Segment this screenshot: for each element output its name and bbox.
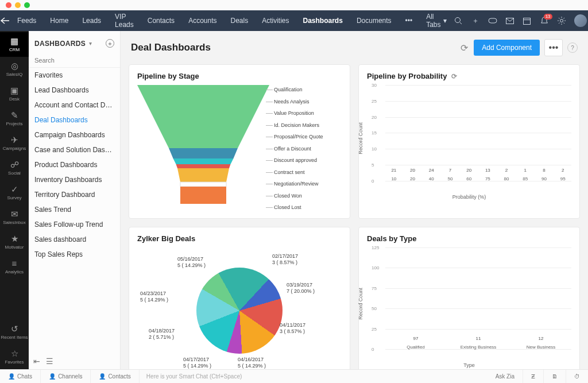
rail-item-analytics[interactable]: ≡Analytics <box>0 254 29 279</box>
calendar-icon[interactable] <box>523 16 532 25</box>
sidebar-item-inventory-dashboards[interactable]: Inventory Dashboards <box>29 172 120 187</box>
sidebar-item-sales-trend[interactable]: Sales Trend <box>29 202 120 217</box>
pie-label: 04/18/20172 ( 5.71% ) <box>149 328 175 341</box>
rail-label: Recent Items <box>1 335 28 340</box>
rail-item-campaigns[interactable]: ✈Campaigns <box>0 131 29 156</box>
topnav-item-home[interactable]: Home <box>43 10 75 31</box>
bar-85: 185 <box>517 168 534 181</box>
status-icon-note[interactable]: 🗎 <box>544 370 566 383</box>
rail-item-desk[interactable]: ▣Desk <box>0 82 29 106</box>
topnav-item-contacts[interactable]: Contacts <box>141 10 181 31</box>
avatar[interactable] <box>574 14 587 27</box>
bar-40: 2440 <box>423 168 440 181</box>
status-seg-label: Channels <box>58 373 82 380</box>
sidebar-item-sales-dashboard[interactable]: Sales dashboard <box>29 232 120 247</box>
cards-area: Pipeline by Stage QualificationNeeds Ana… <box>121 64 588 369</box>
chevron-down-icon[interactable]: ▾ <box>89 40 92 47</box>
topbar-right: ＋ 13 <box>454 14 588 27</box>
contacts-icon: 👤 <box>99 373 106 380</box>
smartchat-input[interactable]: Here is your Smart Chat (Ctrl+Space) <box>140 373 488 380</box>
sidebar-item-territory-dashboard[interactable]: Territory Dashboard <box>29 187 120 202</box>
svg-point-4 <box>560 20 563 22</box>
plus-icon[interactable]: ＋ <box>471 16 480 25</box>
rail-item-motivator[interactable]: ★Motivator <box>0 230 29 254</box>
add-component-button[interactable]: Add Component <box>474 40 540 56</box>
rail-item-crm[interactable]: ▦CRM <box>0 32 29 57</box>
gamepad-icon[interactable] <box>488 16 497 25</box>
funnel-legend-item: Qualification <box>274 85 342 94</box>
funnel-legend-item: Closed Won <box>274 191 342 200</box>
all-tabs-label: All Tabs <box>426 13 440 29</box>
search-icon[interactable] <box>454 16 463 25</box>
pie-chart: 02/17/20173 ( 8.57% )03/19/20177 ( 20.00… <box>137 247 342 369</box>
analytics-icon: ≡ <box>12 259 17 268</box>
sidebar-item-account-and-contact-da-[interactable]: Account and Contact Da... <box>29 98 120 113</box>
status-seg-channels[interactable]: 👤Channels <box>41 370 91 383</box>
topnav-item-dashboards[interactable]: Dashboards <box>296 10 350 31</box>
sidebar-item-campaign-dashboards[interactable]: Campaign Dashboards <box>29 127 120 142</box>
bell-icon[interactable]: 13 <box>540 16 549 25</box>
sidebar-item-product-dashboards[interactable]: Product Dashboards <box>29 157 120 172</box>
rail-item-salesinbox[interactable]: ✉SalesInbox <box>0 205 29 230</box>
funnel-legend-item: Id. Decision Makers <box>274 121 342 129</box>
back-button[interactable] <box>0 10 10 31</box>
topnav-item-activities[interactable]: Activities <box>255 10 296 31</box>
desk-icon: ▣ <box>10 86 18 95</box>
more-options-button[interactable]: ••• <box>544 39 563 56</box>
svg-marker-7 <box>173 158 234 164</box>
rail-item-favorites[interactable]: ☆Favorites <box>0 345 29 369</box>
ask-zia-button[interactable]: Ask Zia <box>488 370 523 383</box>
salesiq-icon: ◎ <box>11 61 18 70</box>
collapse-icon[interactable]: ⇤ <box>33 357 40 366</box>
minimize-icon[interactable] <box>15 2 21 8</box>
refresh-icon[interactable]: ⟳ <box>461 42 468 53</box>
status-seg-contacts[interactable]: 👤Contacts <box>91 370 139 383</box>
topnav-item-vip-leads[interactable]: VIP Leads <box>108 10 141 31</box>
status-icon-clock[interactable]: ⏱ <box>566 370 588 383</box>
rail-item-recent-items[interactable]: ↺Recent Items <box>0 320 29 345</box>
sidebar-item-case-and-solution-dash-[interactable]: Case and Solution Dash... <box>29 142 120 157</box>
sidebar-item-top-sales-reps[interactable]: Top Sales Reps <box>29 247 120 262</box>
sidebar: DASHBOARDS ▾ + FavoritesLead DashboardsA… <box>29 31 121 369</box>
list-view-icon[interactable]: ☰ <box>46 357 53 366</box>
refresh-icon[interactable]: ⟳ <box>451 72 457 80</box>
bar-50: 750 <box>442 168 459 181</box>
topnav-item-feeds[interactable]: Feeds <box>10 10 43 31</box>
sidebar-bottom: ⇤ ☰ <box>29 353 120 369</box>
rail-item-salesiq[interactable]: ◎SalesIQ <box>0 57 29 82</box>
card-title: Pipeline by Stage <box>137 72 342 80</box>
pie-graphic <box>196 268 283 354</box>
rail-label: Projects <box>6 121 23 126</box>
bar-60: 2060 <box>461 168 478 181</box>
topbar-more[interactable]: ••• <box>399 10 420 31</box>
rail-item-survey[interactable]: ✓Survey <box>0 180 29 205</box>
mail-icon[interactable] <box>505 16 514 25</box>
favorites-icon: ☆ <box>11 349 18 358</box>
sidebar-item-favorites[interactable]: Favorites <box>29 68 120 83</box>
topnav-item-deals[interactable]: Deals <box>223 10 255 31</box>
rail-item-social[interactable]: ☍Social <box>0 156 29 180</box>
status-icon-zia[interactable]: Ƶ <box>523 370 544 383</box>
search-input[interactable] <box>29 53 120 68</box>
sidebar-item-deal-dashboards[interactable]: Deal Dashboards <box>29 113 120 127</box>
gear-icon[interactable] <box>557 16 566 25</box>
add-dashboard-button[interactable]: + <box>106 39 114 48</box>
card-big-deals: Zylker Big Deals 02/17/20173 ( 8.57% )03… <box>129 227 350 369</box>
help-icon[interactable]: ? <box>567 42 578 53</box>
status-seg-chats[interactable]: 👤Chats <box>0 370 41 383</box>
sidebar-item-lead-dashboards[interactable]: Lead Dashboards <box>29 83 120 98</box>
bar-95: 295 <box>554 168 571 181</box>
sidebar-header: DASHBOARDS ▾ + <box>29 31 120 53</box>
topnav-item-documents[interactable]: Documents <box>350 10 399 31</box>
recent-items-icon: ↺ <box>11 324 18 333</box>
maximize-icon[interactable] <box>24 2 30 8</box>
close-icon[interactable] <box>6 2 11 8</box>
rail-item-projects[interactable]: ✎Projects <box>0 106 29 131</box>
topnav-item-accounts[interactable]: Accounts <box>181 10 223 31</box>
svg-rect-1 <box>489 18 497 23</box>
social-icon: ☍ <box>10 160 19 169</box>
topnav-item-leads[interactable]: Leads <box>75 10 108 31</box>
sidebar-item-sales-follow-up-trend[interactable]: Sales Follow-up Trend <box>29 217 120 232</box>
all-tabs-dropdown[interactable]: All Tabs ▾ <box>419 13 453 29</box>
sidebar-title: DASHBOARDS <box>34 40 86 48</box>
